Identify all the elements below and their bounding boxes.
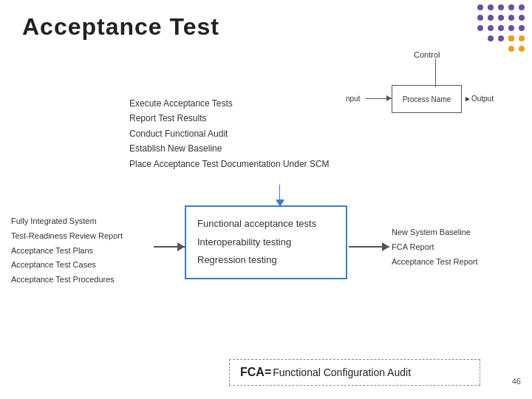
output-label: ►Output <box>464 95 494 103</box>
input-list: Fully Integrated System Test-Readiness R… <box>11 214 123 287</box>
svg-point-9 <box>519 15 525 21</box>
input-arrow <box>366 98 392 99</box>
svg-point-10 <box>477 25 483 31</box>
page-title: Acceptance Test <box>22 13 219 41</box>
svg-point-20 <box>508 46 514 52</box>
step-2: Report Test Results <box>129 111 330 126</box>
step-3: Conduct Functional Audit <box>129 126 330 141</box>
input-item-2: Test-Readiness Review Report <box>11 229 123 244</box>
fca-text-label: Functional Configuration Audit <box>273 366 411 378</box>
svg-point-11 <box>488 25 494 31</box>
svg-point-14 <box>519 25 525 31</box>
svg-point-4 <box>519 4 525 10</box>
svg-point-6 <box>488 15 494 21</box>
input-item-1: Fully Integrated System <box>11 214 123 229</box>
svg-point-7 <box>498 15 504 21</box>
process-name-box: Process Name <box>392 85 462 113</box>
left-input-arrow <box>154 246 185 248</box>
svg-point-5 <box>477 15 483 21</box>
svg-point-12 <box>498 25 504 31</box>
step-1: Execute Acceptance Tests <box>129 96 330 111</box>
svg-point-0 <box>477 4 483 10</box>
svg-point-21 <box>519 46 525 52</box>
input-item-5: Acceptance Test Procedures <box>11 273 123 287</box>
control-label: Control <box>414 50 440 59</box>
right-output-arrow <box>349 246 389 248</box>
output-item-1: New System Baseline <box>392 225 478 240</box>
input-label: nput <box>346 95 360 103</box>
steps-list: Execute Acceptance Tests Report Test Res… <box>129 96 330 171</box>
svg-point-13 <box>508 25 514 31</box>
down-arrow-main <box>279 185 280 207</box>
input-item-4: Acceptance Test Cases <box>11 258 123 273</box>
page-number: 46 <box>512 377 521 386</box>
output-item-3: Acceptance Test Report <box>392 255 478 270</box>
svg-point-15 <box>488 35 494 41</box>
svg-point-18 <box>508 35 514 41</box>
svg-point-19 <box>519 35 525 41</box>
output-item-2: FCA Report <box>392 240 478 255</box>
svg-point-1 <box>488 4 494 10</box>
svg-point-2 <box>498 4 504 10</box>
fca-bold-label: FCA= <box>240 366 271 379</box>
dots-decoration <box>466 0 532 59</box>
svg-point-8 <box>508 15 514 21</box>
control-vertical-line <box>435 59 436 87</box>
svg-point-16 <box>498 35 504 41</box>
center-item-2: Interoperability testing <box>197 233 335 252</box>
step-4: Establish New Baseline <box>129 141 330 156</box>
center-item-3: Regression testing <box>197 251 335 270</box>
center-item-1: Functional acceptance tests <box>197 215 335 233</box>
center-process-box: Functional acceptance tests Interoperabi… <box>185 205 347 279</box>
output-list: New System Baseline FCA Report Acceptanc… <box>392 225 478 269</box>
input-item-3: Acceptance Test Plans <box>11 244 123 259</box>
fca-box: FCA= Functional Configuration Audit <box>229 359 480 386</box>
step-5: Place Acceptance Test Documentation Unde… <box>129 157 330 171</box>
svg-point-3 <box>508 4 514 10</box>
